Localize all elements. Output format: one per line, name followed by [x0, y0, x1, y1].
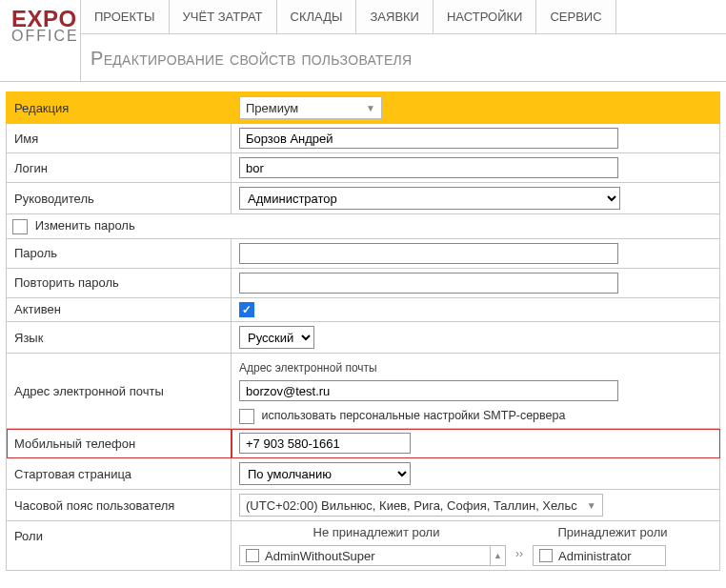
- roles-member-header: Принадлежит роли: [514, 525, 712, 539]
- role-item: Administrator: [558, 549, 632, 563]
- nav-settings[interactable]: НАСТРОЙКИ: [434, 0, 536, 33]
- chevron-down-icon: ▼: [366, 103, 375, 113]
- edition-value: Премиум: [246, 101, 298, 115]
- chevron-down-icon: ▼: [587, 500, 596, 511]
- edition-select[interactable]: Премиум ▼: [239, 96, 382, 119]
- manager-select[interactable]: Администратор: [239, 187, 620, 210]
- main-nav: ПРОЕКТЫ УЧЁТ ЗАТРАТ СКЛАДЫ ЗАЯВКИ НАСТРО…: [81, 0, 726, 34]
- sublabel-email: Адрес электронной почты: [239, 361, 712, 375]
- change-password-checkbox[interactable]: [12, 219, 28, 234]
- label-startpage: Стартовая страница: [7, 458, 232, 490]
- page-title: Редактирование свойств пользователя: [81, 34, 726, 81]
- name-input[interactable]: [239, 128, 618, 149]
- label-mobile: Мобильный телефон: [7, 429, 232, 458]
- label-language: Язык: [7, 322, 232, 354]
- role-checkbox[interactable]: [246, 549, 259, 562]
- label-manager: Руководитель: [7, 183, 232, 214]
- label-roles: Роли: [7, 521, 232, 571]
- label-active: Активен: [7, 297, 232, 322]
- nav-costs[interactable]: УЧЁТ ЗАТРАТ: [170, 0, 277, 33]
- mobile-input[interactable]: [239, 433, 411, 454]
- email-input[interactable]: [239, 380, 618, 401]
- startpage-select[interactable]: По умолчанию: [239, 462, 411, 485]
- roles-available-list[interactable]: AdminWithoutSuper: [239, 545, 491, 566]
- label-name: Имя: [7, 124, 232, 153]
- smtp-checkbox[interactable]: [239, 409, 254, 424]
- password-input[interactable]: [239, 243, 618, 264]
- logo-bottom: OFFICE: [11, 29, 74, 44]
- label-email: Адрес электронной почты: [7, 354, 232, 429]
- timezone-select[interactable]: (UTC+02:00) Вильнюс, Киев, Рига, София, …: [239, 494, 603, 517]
- label-smtp: использовать персональные настройки SMTP…: [261, 409, 565, 422]
- label-password2: Повторить пароль: [7, 268, 232, 297]
- app-logo: EXPO OFFICE: [0, 0, 80, 81]
- role-checkbox[interactable]: [539, 549, 553, 562]
- label-login: Логин: [7, 153, 232, 183]
- roles-assigned-list[interactable]: Administrator: [533, 545, 666, 566]
- nav-warehouses[interactable]: СКЛАДЫ: [277, 0, 357, 33]
- nav-service[interactable]: СЕРВИС: [536, 0, 615, 33]
- label-timezone: Часовой пояс пользователя: [7, 490, 232, 521]
- roles-not-member-header: Не принадлежит роли: [239, 525, 514, 539]
- nav-requests[interactable]: ЗАЯВКИ: [356, 0, 434, 33]
- active-checkbox[interactable]: ✓: [239, 302, 254, 317]
- login-input[interactable]: [239, 157, 618, 178]
- password2-input[interactable]: [239, 273, 618, 294]
- label-change-password: Изменить пароль: [35, 218, 135, 233]
- nav-projects[interactable]: ПРОЕКТЫ: [81, 0, 170, 33]
- transfer-icon[interactable]: ››: [506, 545, 533, 560]
- role-item: AdminWithoutSuper: [265, 549, 375, 563]
- timezone-value: (UTC+02:00) Вильнюс, Киев, Рига, София, …: [246, 498, 577, 513]
- label-password: Пароль: [7, 238, 232, 268]
- label-edition: Редакция: [7, 92, 232, 124]
- scroll-up-icon[interactable]: ▲: [491, 545, 506, 566]
- language-select[interactable]: Русский: [239, 326, 314, 349]
